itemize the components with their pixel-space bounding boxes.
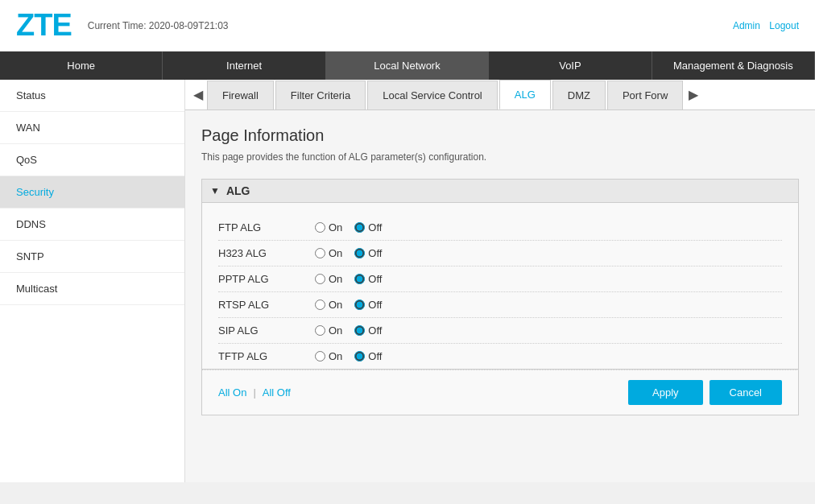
- all-on-link[interactable]: All On: [218, 386, 246, 399]
- alg-label-rtsp: RTSP ALG: [218, 299, 315, 311]
- tftp-on-radio[interactable]: [315, 351, 325, 361]
- page-description: This page provides the function of ALG p…: [201, 151, 799, 163]
- alg-label-tftp: TFTP ALG: [218, 350, 315, 362]
- footer-divider: |: [253, 386, 255, 399]
- collapse-icon: ▼: [210, 185, 220, 196]
- alg-label-sip: SIP ALG: [218, 324, 315, 337]
- alg-radio-group-rtsp: On Off: [315, 299, 382, 311]
- sidebar-item-security[interactable]: Security: [0, 176, 184, 209]
- alg-radio-group-h323: On Off: [315, 247, 382, 259]
- alg-label-ftp: FTP ALG: [218, 221, 315, 233]
- alg-table: FTP ALG On Off H323 ALG On: [201, 203, 799, 370]
- logout-link[interactable]: Logout: [769, 20, 799, 31]
- sidebar-item-sntp[interactable]: SNTP: [0, 241, 184, 273]
- nav-local-network[interactable]: Local Network: [326, 52, 489, 80]
- rtsp-off-radio[interactable]: [354, 300, 365, 310]
- ftp-off-radio[interactable]: [354, 222, 365, 233]
- alg-row-rtsp: RTSP ALG On Off: [218, 292, 782, 318]
- alg-radio-group-ftp: On Off: [315, 221, 382, 233]
- page-title: Page Information: [201, 126, 799, 145]
- tab-filter-criteria[interactable]: Filter Criteria: [275, 81, 366, 109]
- alg-label-pptp: PPTP ALG: [218, 273, 315, 285]
- rtsp-on-radio[interactable]: [315, 300, 325, 310]
- h323-on-radio-label[interactable]: On: [315, 247, 342, 259]
- ftp-on-radio[interactable]: [315, 222, 325, 233]
- alg-row-tftp: TFTP ALG On Off: [218, 344, 782, 369]
- tftp-on-radio-label[interactable]: On: [315, 350, 342, 362]
- all-off-link[interactable]: All Off: [263, 386, 291, 399]
- ftp-off-radio-label[interactable]: Off: [354, 221, 382, 233]
- alg-footer: All On | All Off Apply Cancel: [201, 370, 799, 415]
- admin-link[interactable]: Admin: [733, 20, 760, 31]
- nav-management[interactable]: Management & Diagnosis: [652, 52, 815, 80]
- h323-off-radio[interactable]: [354, 248, 365, 258]
- tab-firewall[interactable]: Firewall: [207, 81, 274, 109]
- header: ZTE Current Time: 2020-08-09T21:03 Admin…: [0, 0, 815, 52]
- sip-on-radio[interactable]: [315, 325, 325, 336]
- alg-label-h323: H323 ALG: [218, 247, 315, 259]
- sidebar-item-status[interactable]: Status: [0, 80, 184, 112]
- alg-row-h323: H323 ALG On Off: [218, 241, 782, 266]
- zte-logo: ZTE: [16, 8, 72, 43]
- header-right: Admin Logout: [726, 20, 799, 31]
- alg-row-sip: SIP ALG On Off: [218, 318, 782, 344]
- footer-links: All On | All Off: [218, 386, 291, 399]
- tab-prev-button[interactable]: ◀: [189, 81, 207, 109]
- pptp-on-radio[interactable]: [315, 274, 325, 284]
- tab-local-service-control[interactable]: Local Service Control: [367, 81, 498, 109]
- sidebar: Status WAN QoS Security DDNS SNTP Multic…: [0, 80, 185, 482]
- h323-off-radio-label[interactable]: Off: [354, 247, 382, 259]
- alg-radio-group-tftp: On Off: [315, 350, 382, 362]
- sidebar-item-ddns[interactable]: DDNS: [0, 209, 184, 241]
- pptp-off-radio[interactable]: [354, 274, 365, 284]
- pptp-on-radio-label[interactable]: On: [315, 273, 342, 285]
- alg-row-pptp: PPTP ALG On Off: [218, 266, 782, 292]
- alg-radio-group-sip: On Off: [315, 324, 382, 337]
- alg-row-ftp: FTP ALG On Off: [218, 215, 782, 241]
- tab-dmz[interactable]: DMZ: [552, 81, 606, 109]
- tab-bar: ◀ Firewall Filter Criteria Local Service…: [185, 80, 815, 110]
- tab-next-button[interactable]: ▶: [685, 81, 702, 109]
- cancel-button[interactable]: Cancel: [710, 380, 782, 405]
- rtsp-on-radio-label[interactable]: On: [315, 299, 342, 311]
- alg-section-title: ALG: [226, 184, 250, 197]
- h323-on-radio[interactable]: [315, 248, 325, 258]
- nav-home[interactable]: Home: [0, 52, 163, 80]
- header-left: ZTE Current Time: 2020-08-09T21:03: [16, 8, 229, 43]
- main-layout: Status WAN QoS Security DDNS SNTP Multic…: [0, 80, 815, 482]
- current-time: Current Time: 2020-08-09T21:03: [88, 20, 229, 31]
- sip-off-radio[interactable]: [354, 325, 365, 336]
- rtsp-off-radio-label[interactable]: Off: [354, 299, 382, 311]
- footer-buttons: Apply Cancel: [628, 380, 782, 405]
- apply-button[interactable]: Apply: [628, 380, 703, 405]
- main-nav: Home Internet Local Network VoIP Managem…: [0, 52, 815, 80]
- pptp-off-radio-label[interactable]: Off: [354, 273, 382, 285]
- tftp-off-radio[interactable]: [354, 351, 365, 361]
- sidebar-item-qos[interactable]: QoS: [0, 144, 184, 176]
- sidebar-item-multicast[interactable]: Multicast: [0, 273, 184, 305]
- page-content: Page Information This page provides the …: [185, 110, 815, 432]
- alg-radio-group-pptp: On Off: [315, 273, 382, 285]
- ftp-on-radio-label[interactable]: On: [315, 221, 342, 233]
- tftp-off-radio-label[interactable]: Off: [354, 350, 382, 362]
- content-area: ◀ Firewall Filter Criteria Local Service…: [185, 80, 815, 482]
- sip-off-radio-label[interactable]: Off: [354, 324, 382, 337]
- tab-port-forward[interactable]: Port Forw: [607, 81, 683, 109]
- alg-section-header[interactable]: ▼ ALG: [201, 179, 799, 203]
- tab-alg[interactable]: ALG: [499, 80, 551, 109]
- nav-voip[interactable]: VoIP: [489, 52, 652, 80]
- sidebar-item-wan[interactable]: WAN: [0, 112, 184, 144]
- nav-internet[interactable]: Internet: [163, 52, 325, 80]
- sip-on-radio-label[interactable]: On: [315, 324, 342, 337]
